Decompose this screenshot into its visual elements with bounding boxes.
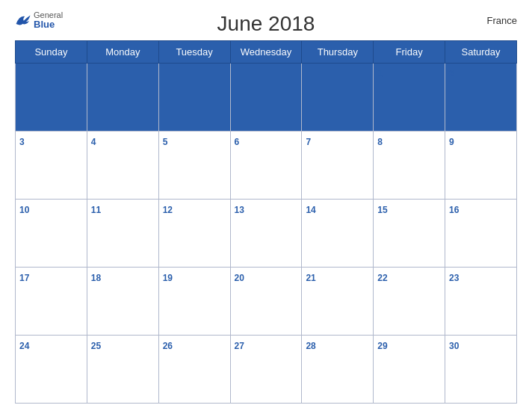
calendar-cell: 18 (87, 268, 158, 336)
day-number: 3 (19, 137, 25, 147)
logo-bird-icon (15, 14, 31, 26)
day-number: 23 (449, 273, 459, 283)
calendar-cell: 5 (158, 132, 230, 200)
day-header-sunday: Sunday (16, 41, 87, 64)
calendar-week-3: 10111213141516 (16, 200, 517, 268)
day-number: 19 (163, 273, 173, 283)
logo: General Blue (15, 10, 63, 30)
calendar-cell (87, 64, 158, 132)
day-number: 1 (377, 69, 383, 79)
day-number: 28 (306, 341, 315, 351)
day-number: 6 (235, 137, 240, 147)
calendar-cell: 30 (445, 336, 517, 404)
calendar-cell: 11 (87, 200, 158, 268)
calendar-cell: 27 (230, 336, 302, 404)
day-header-thursday: Thursday (302, 41, 374, 64)
calendar-table: SundayMondayTuesdayWednesdayThursdayFrid… (15, 40, 517, 404)
calendar-cell: 23 (445, 268, 517, 336)
calendar-cell: 25 (87, 336, 158, 404)
day-header-monday: Monday (87, 41, 158, 64)
calendar-cell: 13 (230, 200, 302, 268)
calendar-cell: 8 (374, 132, 445, 200)
calendar-cell (158, 64, 230, 132)
calendar-cell (230, 64, 302, 132)
day-number: 4 (91, 137, 96, 147)
calendar-week-2: 3456789 (16, 132, 517, 200)
calendar-cell: 6 (230, 132, 302, 200)
day-number: 2 (449, 69, 454, 79)
day-number: 14 (306, 205, 315, 215)
days-header-row: SundayMondayTuesdayWednesdayThursdayFrid… (16, 41, 517, 64)
calendar-header: General Blue June 2018 France (15, 7, 517, 36)
day-number: 30 (449, 341, 459, 351)
calendar-cell: 10 (16, 200, 87, 268)
calendar-cell: 4 (87, 132, 158, 200)
calendar-cell: 3 (16, 132, 87, 200)
calendar-cell: 12 (158, 200, 230, 268)
calendar-cell: 15 (374, 200, 445, 268)
calendar-cell: 9 (445, 132, 517, 200)
calendar-cell: 14 (302, 200, 374, 268)
calendar-cell: 19 (158, 268, 230, 336)
page-title: June 2018 (217, 12, 315, 36)
day-number: 18 (91, 273, 101, 283)
country-label: France (487, 15, 517, 26)
calendar-cell: 7 (302, 132, 374, 200)
day-number: 8 (377, 137, 383, 147)
calendar-cell: 22 (374, 268, 445, 336)
day-header-wednesday: Wednesday (230, 41, 302, 64)
day-number: 17 (19, 273, 29, 283)
day-number: 25 (91, 341, 101, 351)
calendar-week-4: 17181920212223 (16, 268, 517, 336)
calendar-week-5: 24252627282930 (16, 336, 517, 404)
day-number: 22 (377, 273, 387, 283)
day-number: 24 (19, 341, 29, 351)
calendar-cell: 17 (16, 268, 87, 336)
calendar-cell: 2 (445, 64, 517, 132)
calendar-cell: 26 (158, 336, 230, 404)
day-number: 29 (377, 341, 387, 351)
day-number: 10 (19, 205, 29, 215)
logo-text: General Blue (34, 10, 63, 30)
day-header-tuesday: Tuesday (158, 41, 230, 64)
day-number: 27 (235, 341, 244, 351)
calendar-cell (302, 64, 374, 132)
day-header-saturday: Saturday (445, 41, 517, 64)
logo-blue: Blue (34, 19, 63, 30)
day-number: 12 (163, 205, 173, 215)
day-number: 15 (377, 205, 387, 215)
day-number: 20 (235, 273, 244, 283)
day-number: 11 (91, 205, 101, 215)
calendar-week-1: 12 (16, 64, 517, 132)
day-number: 13 (235, 205, 244, 215)
day-number: 26 (163, 341, 173, 351)
calendar-cell: 1 (374, 64, 445, 132)
calendar-cell: 20 (230, 268, 302, 336)
day-number: 7 (306, 137, 311, 147)
day-number: 21 (306, 273, 315, 283)
day-header-friday: Friday (374, 41, 445, 64)
calendar-cell: 16 (445, 200, 517, 268)
day-number: 9 (449, 137, 454, 147)
calendar-cell: 21 (302, 268, 374, 336)
calendar-cell: 24 (16, 336, 87, 404)
day-number: 16 (449, 205, 459, 215)
calendar-cell (16, 64, 87, 132)
day-number: 5 (163, 137, 168, 147)
calendar-cell: 28 (302, 336, 374, 404)
calendar-cell: 29 (374, 336, 445, 404)
